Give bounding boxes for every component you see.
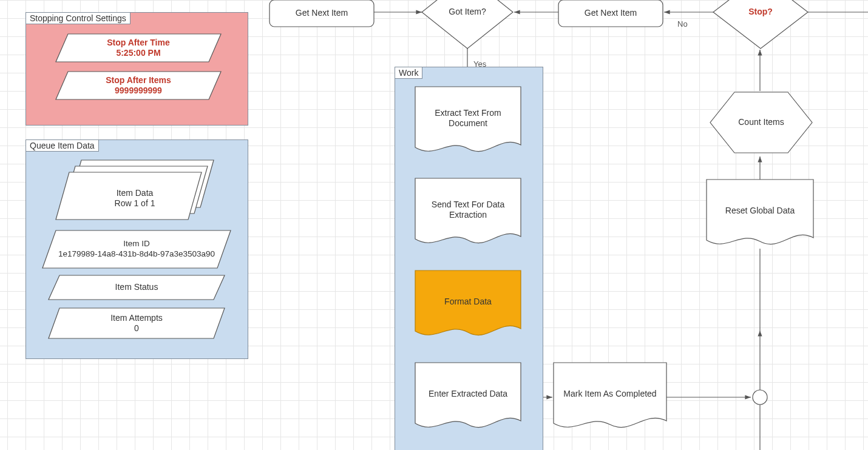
svg-marker-3 bbox=[713, 0, 808, 49]
got-item-decision[interactable]: Got Item? bbox=[422, 0, 513, 49]
item-data[interactable]: Item Data Row 1 of 1 bbox=[56, 160, 214, 221]
svg-marker-24 bbox=[42, 230, 231, 268]
mark-completed[interactable]: Mark Item As Completed bbox=[554, 363, 666, 432]
stopping-control-region[interactable]: Stopping Control Settings bbox=[25, 12, 248, 126]
get-next-item-left[interactable]: Get Next Item bbox=[270, 0, 374, 27]
stop-after-items[interactable]: Stop After Items 9999999999 bbox=[56, 72, 221, 99]
stop-decision[interactable]: Stop? bbox=[713, 0, 808, 49]
queue-item-data-title: Queue Item Data bbox=[25, 139, 99, 152]
count-items[interactable]: Count Items bbox=[710, 92, 812, 153]
svg-marker-23 bbox=[56, 172, 202, 220]
item-status[interactable]: Item Status bbox=[49, 275, 225, 300]
svg-marker-27 bbox=[710, 92, 812, 153]
stopping-control-title: Stopping Control Settings bbox=[25, 12, 131, 24]
enter-extracted[interactable]: Enter Extracted Data bbox=[415, 363, 521, 432]
reset-global-data[interactable]: Reset Global Data bbox=[707, 180, 813, 249]
svg-rect-0 bbox=[270, 0, 374, 27]
get-next-item-right[interactable]: Get Next Item bbox=[558, 0, 663, 27]
send-text[interactable]: Send Text For Data Extraction bbox=[415, 178, 521, 247]
svg-marker-25 bbox=[49, 275, 225, 300]
extract-text[interactable]: Extract Text From Document bbox=[415, 87, 521, 156]
svg-marker-1 bbox=[422, 0, 513, 49]
no-label: No bbox=[677, 19, 688, 29]
svg-marker-26 bbox=[49, 308, 225, 338]
work-title: Work bbox=[395, 67, 422, 79]
stop-after-time[interactable]: Stop After Time 5:25:00 PM bbox=[56, 34, 221, 62]
svg-marker-20 bbox=[56, 72, 221, 99]
format-data[interactable]: Format Data bbox=[415, 270, 521, 340]
item-attempts[interactable]: Item Attempts 0 bbox=[49, 308, 225, 338]
svg-marker-19 bbox=[56, 34, 221, 62]
svg-rect-2 bbox=[558, 0, 663, 27]
item-id[interactable]: Item ID 1e179989-14a8-431b-8d4b-97a3e350… bbox=[42, 230, 231, 268]
